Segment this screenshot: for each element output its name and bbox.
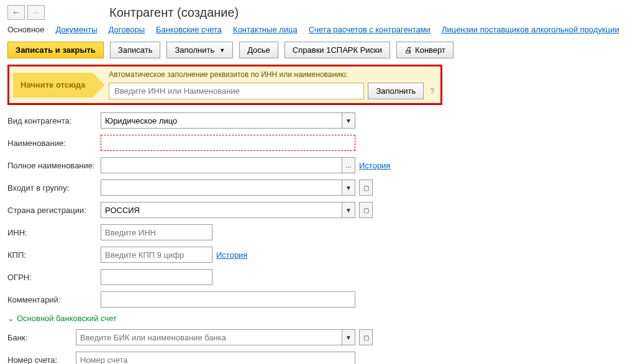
dossier-button[interactable]: Досье bbox=[239, 42, 278, 58]
nav-back-button[interactable]: ← bbox=[7, 5, 25, 20]
type-dropdown-button[interactable]: ▼ bbox=[342, 112, 355, 129]
ogrn-label: ОГРН: bbox=[7, 273, 101, 282]
type-label: Вид контрагента: bbox=[7, 116, 101, 125]
fill-button[interactable]: Заполнить▼ bbox=[166, 42, 233, 58]
tab-main[interactable]: Основное bbox=[7, 25, 45, 34]
page-title: Контрагент (создание) bbox=[109, 6, 239, 20]
account-input[interactable] bbox=[76, 352, 355, 364]
tab-contracts[interactable]: Договоры bbox=[109, 25, 145, 34]
account-label: Номер счета: bbox=[7, 355, 76, 365]
caret-down-icon: ▼ bbox=[219, 47, 225, 53]
bank-open-button[interactable]: ▢ bbox=[359, 329, 373, 345]
tabs-bar: Основное Документы Договоры Банковские с… bbox=[7, 25, 631, 34]
save-button[interactable]: Записать bbox=[110, 42, 161, 58]
fullname-label: Полное наименование: bbox=[7, 161, 101, 170]
bank-dropdown-button[interactable]: ▼ bbox=[342, 329, 355, 345]
fullname-more-button[interactable]: … bbox=[342, 157, 355, 173]
kpp-history-link[interactable]: История bbox=[216, 250, 247, 260]
name-label: Наименование: bbox=[7, 139, 101, 148]
group-open-button[interactable]: ▢ bbox=[359, 180, 373, 196]
tab-contacts[interactable]: Контактные лица bbox=[233, 25, 298, 34]
start-here-arrow: Начните отсюда bbox=[13, 73, 93, 98]
cta-box: Начните отсюда Автоматическое заполнение… bbox=[7, 65, 442, 105]
country-open-button[interactable]: ▢ bbox=[359, 202, 373, 218]
inn-input[interactable] bbox=[101, 224, 212, 240]
cta-label: Автоматическое заполнение реквизитов по … bbox=[109, 70, 437, 79]
name-input[interactable] bbox=[101, 135, 355, 151]
group-input[interactable] bbox=[101, 180, 342, 196]
country-label: Страна регистрации: bbox=[7, 206, 101, 215]
bank-section-toggle[interactable]: ⌄ Основной банковский счет bbox=[7, 314, 631, 323]
bank-section-label: Основной банковский счет bbox=[17, 314, 117, 323]
type-input[interactable] bbox=[101, 112, 342, 129]
tab-documents[interactable]: Документы bbox=[56, 25, 98, 34]
inn-name-input[interactable] bbox=[109, 83, 364, 99]
comment-input[interactable] bbox=[101, 291, 355, 307]
bank-input[interactable] bbox=[76, 329, 342, 345]
tab-licenses[interactable]: Лицензии поставщиков алкогольной продукц… bbox=[442, 25, 619, 34]
fullname-history-link[interactable]: История bbox=[359, 161, 390, 170]
ogrn-input[interactable] bbox=[101, 269, 212, 285]
spark-button[interactable]: Справки 1СПАРК Риски bbox=[285, 42, 390, 58]
group-dropdown-button[interactable]: ▼ bbox=[342, 180, 355, 196]
nav-forward-button[interactable]: → bbox=[27, 5, 45, 20]
kpp-label: КПП: bbox=[7, 250, 101, 260]
envelope-button-label: Конверт bbox=[415, 45, 445, 55]
tab-bank-accounts[interactable]: Банковские счета bbox=[156, 25, 222, 34]
envelope-button[interactable]: Конверт bbox=[396, 42, 453, 58]
help-icon[interactable]: ? bbox=[427, 87, 437, 96]
print-icon bbox=[404, 45, 412, 55]
tab-settlements[interactable]: Счета расчетов с контрагентами bbox=[309, 25, 431, 34]
save-close-button[interactable]: Записать и закрыть bbox=[7, 42, 104, 58]
inn-label: ИНН: bbox=[7, 228, 101, 237]
fullname-input[interactable] bbox=[101, 157, 342, 173]
cta-fill-button[interactable]: Заполнить bbox=[368, 83, 424, 99]
country-dropdown-button[interactable]: ▼ bbox=[342, 202, 355, 218]
bank-label: Банк: bbox=[7, 333, 76, 342]
toolbar: Записать и закрыть Записать Заполнить▼ Д… bbox=[7, 42, 631, 58]
chevron-down-icon: ⌄ bbox=[7, 314, 14, 323]
group-label: Входит в группу: bbox=[7, 183, 101, 193]
country-input[interactable] bbox=[101, 202, 342, 218]
comment-label: Комментарий: bbox=[7, 295, 101, 304]
kpp-input[interactable] bbox=[101, 247, 212, 263]
fill-button-label: Заполнить bbox=[175, 45, 214, 55]
